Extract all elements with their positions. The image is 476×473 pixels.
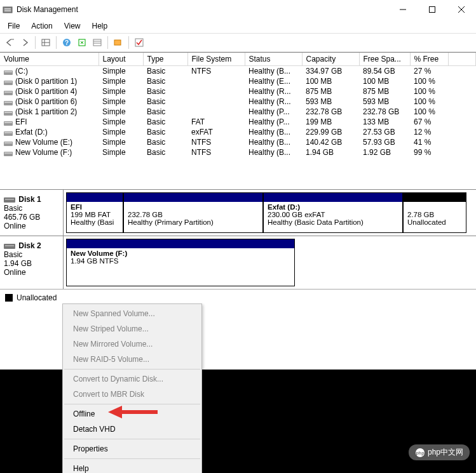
php-logo-icon: php [415,448,425,458]
ctx-new-mirrored: New Mirrored Volume... [63,336,201,352]
svg-rect-29 [4,122,12,123]
menu-view[interactable]: View [59,20,86,32]
disk-name: Disk 2 [18,241,41,250]
svg-rect-39 [5,245,14,246]
close-button[interactable] [447,0,476,19]
table-row[interactable]: New Volume (E:)SimpleBasicNTFSHealthy (B… [0,137,476,147]
disk-graphical-view: Disk 1 Basic 465.76 GB Online EFI 199 MB… [0,189,476,306]
disk-row[interactable]: Disk 2 Basic 1.94 GB Online New Volume (… [0,236,476,289]
annotation-arrow-icon [108,404,159,422]
context-menu: New Spanned Volume... New Striped Volume… [62,303,202,473]
col-free[interactable]: Free Spa... [359,53,410,66]
svg-rect-0 [3,7,12,13]
svg-rect-4 [430,7,435,13]
disk-icon [4,196,15,204]
maximize-button[interactable] [418,0,447,19]
menu-file[interactable]: File [3,20,25,32]
svg-rect-19 [4,71,12,72]
ctx-new-spanned: New Spanned Volume... [63,306,201,321]
table-row[interactable]: Exfat (D:)SimpleBasicexFATHealthy (B...2… [0,127,476,137]
col-layout[interactable]: Layout [99,53,143,66]
titlebar: Disk Management [0,0,476,19]
table-row[interactable]: (Disk 0 partition 6)SimpleBasicHealthy (… [0,97,476,107]
refresh-icon[interactable] [75,36,89,50]
minimize-button[interactable] [388,0,418,19]
svg-text:php: php [416,451,425,456]
ctx-properties[interactable]: Properties [63,441,201,456]
disk-name: Disk 1 [18,195,41,204]
svg-rect-2 [4,10,11,11]
partition[interactable]: 232.78 GB Healthy (Primary Partition) [123,192,263,233]
ctx-new-striped: New Striped Volume... [63,321,201,336]
legend-label: Unallocated [17,293,57,302]
col-volume[interactable]: Volume [0,53,99,66]
svg-rect-25 [4,102,12,103]
show-hide-button[interactable] [39,36,53,50]
table-row[interactable]: New Volume (F:)SimpleBasicNTFSHealthy (B… [0,147,476,157]
partition-unallocated[interactable]: 2.78 GB Unallocated [403,192,466,233]
forward-button[interactable] [18,36,32,50]
ctx-new-raid5: New RAID-5 Volume... [63,352,201,367]
partition[interactable]: EFI 199 MB FAT Healthy (Basi [66,192,123,233]
ctx-help[interactable]: Help [63,461,201,473]
menu-help[interactable]: Help [87,20,113,32]
svg-rect-21 [4,81,12,83]
watermark: php php中文网 [409,444,470,460]
checkbox-icon[interactable] [132,36,146,50]
table-row[interactable]: (Disk 1 partition 2)SimpleBasicHealthy (… [0,107,476,117]
col-status[interactable]: Status [245,53,302,66]
table-row[interactable]: (Disk 0 partition 1)SimpleBasicHealthy (… [0,76,476,86]
disk-row[interactable]: Disk 1 Basic 465.76 GB Online EFI 199 MB… [0,190,476,236]
help-icon[interactable]: ? [60,36,74,50]
window-title: Disk Management [17,5,78,14]
menubar: File Action View Help [0,19,476,33]
svg-rect-1 [4,8,11,10]
disk-icon [4,243,15,250]
table-row[interactable]: (Disk 0 partition 4)SimpleBasicHealthy (… [0,86,476,97]
volume-list: Volume Layout Type File System Status Ca… [0,52,476,157]
list-icon[interactable] [90,36,104,50]
svg-rect-27 [4,112,12,113]
partition[interactable]: Exfat (D:) 230.00 GB exFAT Healthy (Basi… [263,192,403,233]
menu-action[interactable]: Action [26,20,57,32]
col-capacity[interactable]: Capacity [302,53,359,66]
svg-rect-16 [114,40,121,45]
svg-rect-33 [4,142,12,143]
legend-swatch [5,294,13,302]
back-button[interactable] [3,36,17,50]
app-icon [3,4,13,15]
svg-rect-17 [135,39,143,46]
toolbar: ? [0,33,476,52]
svg-rect-23 [4,91,12,93]
svg-rect-13 [93,39,101,46]
ctx-convert-dynamic: Convert to Dynamic Disk... [63,371,201,387]
col-pct[interactable]: % Free [410,53,448,66]
col-fs[interactable]: File System [187,53,245,66]
svg-rect-31 [4,132,12,133]
table-row[interactable]: EFISimpleBasicFATHealthy (P...199 MB133 … [0,117,476,127]
col-type[interactable]: Type [143,53,187,66]
svg-rect-35 [4,152,12,154]
svg-text:?: ? [65,39,69,46]
partition[interactable]: New Volume (F:) 1.94 GB NTFS [66,239,295,286]
svg-rect-37 [5,199,14,200]
settings-icon[interactable] [111,36,125,50]
ctx-convert-mbr: Convert to MBR Disk [63,387,201,402]
table-row[interactable]: (C:)SimpleBasicNTFSHealthy (B...334.97 G… [0,66,476,77]
ctx-detach-vhd[interactable]: Detach VHD [63,422,201,437]
svg-marker-41 [108,406,122,418]
